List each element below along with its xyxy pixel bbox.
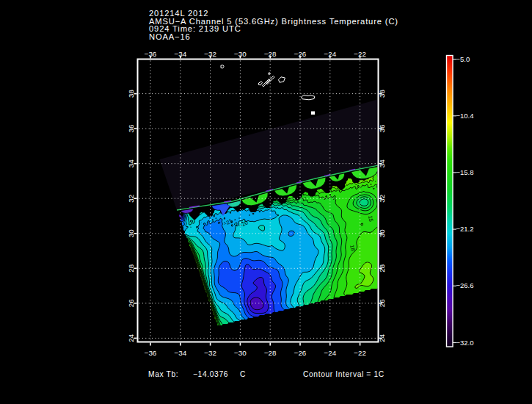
svg-text:−10.4: −10.4 — [456, 112, 474, 120]
svg-text:36: 36 — [378, 124, 386, 132]
svg-text:−36: −36 — [145, 349, 157, 357]
svg-text:28: 28 — [378, 264, 386, 272]
svg-text:−36: −36 — [145, 50, 157, 58]
svg-text:Max Tb:: Max Tb: — [148, 370, 178, 378]
svg-text:−34: −34 — [174, 50, 186, 58]
svg-text:38: 38 — [127, 90, 135, 98]
svg-text:−21.2: −21.2 — [456, 225, 474, 233]
svg-text:32: 32 — [378, 195, 386, 203]
svg-text:−5.0: −5.0 — [456, 55, 470, 63]
svg-text:30: 30 — [378, 229, 386, 237]
svg-text:−28: −28 — [264, 50, 277, 58]
svg-text:15: 15 — [367, 215, 374, 223]
svg-text:Contour Interval = 1C: Contour Interval = 1C — [303, 370, 385, 378]
svg-text:32: 32 — [127, 195, 135, 203]
svg-text:34: 34 — [378, 159, 386, 167]
svg-text:−28: −28 — [264, 349, 277, 357]
svg-text:−30: −30 — [234, 349, 247, 357]
svg-text:38: 38 — [378, 90, 386, 98]
svg-text:28: 28 — [127, 264, 135, 272]
svg-text:26: 26 — [127, 299, 135, 307]
svg-text:−15.8: −15.8 — [456, 168, 474, 176]
svg-text:24: 24 — [378, 333, 386, 342]
svg-text:−22: −22 — [354, 50, 366, 58]
svg-text:34: 34 — [127, 159, 135, 167]
svg-text:26: 26 — [378, 299, 386, 307]
svg-text:−26: −26 — [294, 349, 307, 357]
svg-text:−32: −32 — [204, 349, 216, 357]
svg-text:−22: −22 — [354, 349, 366, 357]
svg-text:−26: −26 — [294, 50, 307, 58]
svg-text:−30: −30 — [234, 50, 247, 58]
svg-text:30: 30 — [127, 229, 135, 237]
svg-text:−34: −34 — [174, 349, 186, 357]
svg-text:NOAA−16: NOAA−16 — [149, 32, 191, 41]
svg-text:−32.0: −32.0 — [456, 339, 474, 347]
svg-text:−32: −32 — [204, 50, 216, 58]
svg-text:−24: −24 — [324, 50, 336, 58]
svg-text:−14.0376: −14.0376 — [193, 370, 228, 378]
svg-text:36: 36 — [127, 124, 135, 132]
svg-text:24: 24 — [127, 333, 135, 342]
svg-text:−26.6: −26.6 — [456, 281, 474, 289]
svg-text:C: C — [240, 370, 246, 378]
svg-text:−24: −24 — [324, 349, 336, 357]
